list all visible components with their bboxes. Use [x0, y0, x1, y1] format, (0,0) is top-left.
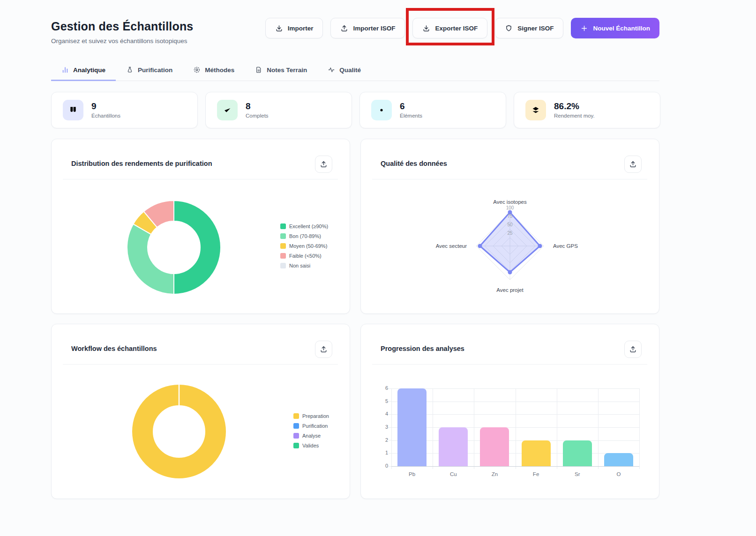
tab-notes-terrain[interactable]: Notes Terrain — [245, 60, 317, 81]
legend-item[interactable]: Non saisi — [280, 263, 328, 268]
export-chart-button[interactable] — [624, 341, 642, 358]
legend-item[interactable]: Bon (70-89%) — [280, 233, 328, 239]
importer-button[interactable]: Importer — [265, 18, 323, 38]
svg-text:Avec projet: Avec projet — [496, 287, 524, 293]
stat-value: 8 — [246, 102, 269, 112]
card-data-quality: Qualité des données 255075100Avec isotop… — [360, 139, 659, 314]
stat-value: 9 — [91, 102, 120, 112]
legend-swatch — [280, 253, 286, 259]
tab-label: Notes Terrain — [267, 67, 307, 74]
grid-line — [639, 388, 640, 466]
export-chart-button[interactable] — [315, 156, 332, 173]
chart-legend: PreparationPurificationAnalyseValides — [293, 413, 329, 453]
bar-Zn — [480, 427, 509, 466]
x-axis-tick-label: Cu — [433, 471, 474, 477]
legend-swatch — [280, 223, 286, 229]
grid-line — [557, 388, 557, 466]
nouvel-echantillon-button[interactable]: Nouvel Échantillon — [571, 18, 659, 38]
stat-text: 8Complets — [246, 102, 269, 119]
tab-label: Qualité — [339, 67, 361, 74]
y-axis-tick-label: 1 — [361, 450, 388, 455]
legend-label: Bon (70-89%) — [289, 233, 321, 239]
importer-isof-button[interactable]: Importer ISOF — [330, 18, 405, 38]
legend-item[interactable]: Excellent (≥90%) — [280, 223, 328, 229]
legend-swatch — [293, 443, 299, 448]
tab-qualite[interactable]: Qualité — [317, 60, 371, 81]
upload-icon — [629, 160, 637, 168]
grid-line — [474, 388, 474, 466]
button-label: Signer ISOF — [517, 25, 554, 32]
stat-label: Échantillons — [91, 113, 120, 119]
svg-text:100: 100 — [506, 205, 514, 210]
legend-swatch — [293, 423, 299, 429]
y-axis-tick-label: 4 — [361, 411, 388, 417]
bar-chart-icon — [61, 66, 69, 74]
download-icon — [422, 24, 430, 32]
stat-label: Rendement moy. — [554, 113, 595, 119]
stat-cards-row: 9Échantillons8Complets6Éléments86.2%Rend… — [51, 92, 660, 128]
legend-label: Purification — [302, 423, 328, 429]
svg-text:50: 50 — [507, 222, 513, 227]
tab-analytique[interactable]: Analytique — [51, 60, 116, 81]
grid-line — [391, 388, 392, 466]
button-label: Nouvel Échantillon — [593, 25, 650, 32]
export-chart-button[interactable] — [624, 156, 642, 173]
tab-purification[interactable]: Purification — [116, 60, 183, 81]
download-icon — [275, 24, 283, 32]
radar-chart-area: 255075100Avec isotopesAvec GPSAvec proje… — [361, 179, 659, 313]
y-axis-tick-label: 6 — [361, 385, 388, 391]
stat-label: Éléments — [400, 113, 422, 119]
card-workflow: Workflow des échantillons PreparationPur… — [51, 324, 350, 499]
legend-item[interactable]: Moyen (50-69%) — [280, 243, 328, 249]
upload-icon — [320, 160, 328, 168]
layers-icon — [525, 100, 546, 120]
y-axis-tick-label: 2 — [361, 437, 388, 443]
export-chart-button[interactable] — [315, 341, 332, 358]
grid-line — [516, 388, 516, 466]
bar-Fe — [522, 440, 551, 466]
test-tubes-icon — [63, 100, 83, 120]
legend-item[interactable]: Valides — [293, 443, 329, 448]
bar-Pb — [397, 388, 427, 466]
legend-label: Analyse — [302, 433, 321, 439]
header-actions: ImporterImporter ISOFExporter ISOFSigner… — [265, 18, 659, 38]
bar-O — [604, 453, 633, 466]
annotated-button-wrap: Exporter ISOF — [412, 18, 487, 38]
chart-title: Distribution des rendements de purificat… — [71, 160, 212, 167]
stat-label: Complets — [246, 113, 269, 119]
legend-item[interactable]: Faible (<50%) — [280, 253, 328, 259]
axis-tick — [639, 466, 640, 469]
button-label: Importer — [288, 25, 314, 32]
tab-label: Purification — [138, 67, 172, 74]
legend-label: Excellent (≥90%) — [289, 223, 328, 229]
legend-item[interactable]: Purification — [293, 423, 329, 429]
legend-label: Valides — [302, 443, 319, 448]
method-icon — [193, 66, 201, 74]
plus-icon — [580, 24, 588, 32]
legend-item[interactable]: Analyse — [293, 433, 329, 439]
bar-Sr — [563, 440, 592, 466]
bar-Cu — [439, 427, 468, 466]
card-analysis-progress: Progression des analyses 0123456PbCuZnFe… — [360, 324, 659, 499]
tab-label: Méthodes — [205, 67, 234, 74]
y-axis-tick-label: 0 — [361, 463, 388, 469]
svg-text:Avec secteur: Avec secteur — [436, 243, 467, 249]
exporter-isof-button[interactable]: Exporter ISOF — [412, 18, 487, 38]
stat-value: 6 — [400, 102, 422, 112]
stat-text: 6Éléments — [400, 102, 422, 119]
legend-swatch — [280, 243, 286, 249]
legend-item[interactable]: Preparation — [293, 413, 329, 419]
upload-icon — [629, 345, 637, 353]
doughnut-chart-area: Excellent (≥90%)Bon (70-89%)Moyen (50-69… — [52, 179, 350, 313]
legend-swatch — [293, 433, 299, 439]
stat-card-elements: 6Éléments — [359, 92, 506, 128]
stat-text: 86.2%Rendement moy. — [554, 102, 595, 119]
stat-card-complets: 8Complets — [205, 92, 352, 128]
document-icon — [255, 66, 262, 74]
tab-methodes[interactable]: Méthodes — [183, 60, 245, 81]
upload-icon — [320, 345, 328, 353]
x-axis-tick-label: Sr — [557, 471, 598, 477]
signer-isof-button[interactable]: Signer ISOF — [495, 18, 563, 38]
chart-title: Workflow des échantillons — [71, 345, 157, 352]
doughnut-chart-area: PreparationPurificationAnalyseValides — [52, 365, 350, 499]
